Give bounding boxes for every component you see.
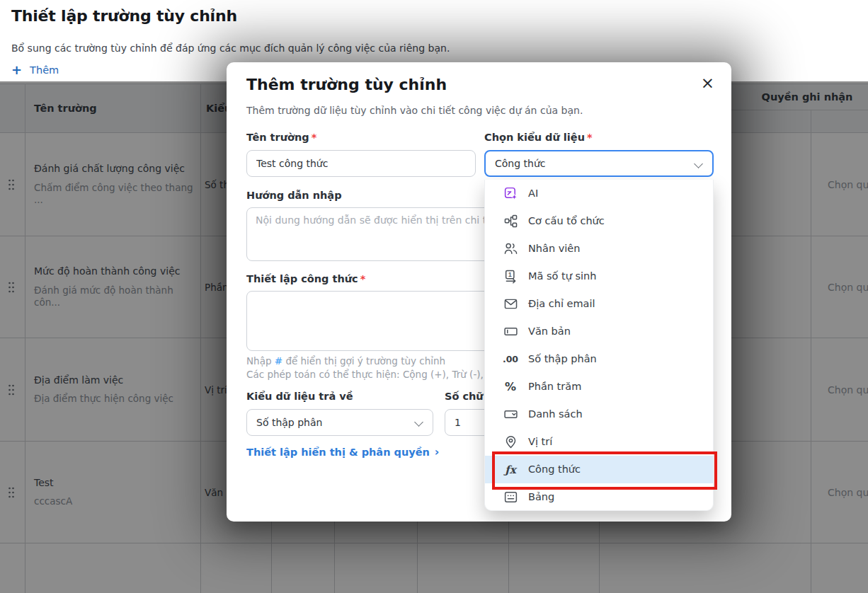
dropdown-item-van-ban[interactable]: Văn bản [485, 318, 713, 345]
chevron-right-icon: › [435, 447, 440, 458]
chevron-down-icon [694, 159, 703, 168]
plus-icon: + [11, 64, 22, 76]
field-name-input[interactable] [246, 150, 476, 177]
decimal-icon: .00 [503, 352, 518, 367]
list-icon [503, 407, 518, 422]
percent-icon: % [503, 379, 518, 395]
display-permission-link[interactable]: Thiết lập hiển thị & phân quyền › [246, 447, 439, 458]
guide-label: Hướng dẫn nhập [246, 189, 342, 203]
chevron-down-icon [414, 418, 423, 427]
formula-operations-hint: Các phép toán có thể thực hiện: Cộng (+)… [246, 368, 493, 381]
add-field-label: Thêm [30, 64, 59, 76]
dropdown-item-co-cau-to-chuc[interactable]: Cơ cấu tổ chức [485, 207, 713, 235]
auto-number-icon: 1 [503, 269, 518, 284]
dropdown-item-phan-tram[interactable]: % Phần trăm [485, 373, 713, 401]
add-field-button[interactable]: + Thêm [11, 64, 59, 76]
data-type-dropdown: AI Cơ cấu tổ chức Nhân viên 1 Mã số tự s… [484, 180, 714, 511]
return-type-select[interactable]: Số thập phân [246, 409, 433, 436]
required-mark: * [360, 273, 366, 284]
people-icon [503, 241, 518, 257]
formula-icon: ƒx [503, 462, 518, 478]
dropdown-item-cong-thuc[interactable]: ƒx Công thức [485, 456, 713, 483]
table-icon [503, 490, 518, 505]
dropdown-item-so-thap-phan[interactable]: .00 Số thập phân [485, 345, 713, 373]
page: Thiết lập trường tùy chỉnh Bổ sung các t… [0, 0, 868, 593]
page-subtitle: Bổ sung các trường tùy chỉnh để đáp ứng … [11, 42, 450, 55]
dropdown-item-dia-chi-email[interactable]: Địa chỉ email [485, 290, 713, 318]
org-chart-icon [503, 214, 518, 229]
modal-title: Thêm trường tùy chỉnh [246, 74, 447, 96]
dropdown-item-nhan-vien[interactable]: Nhân viên [485, 235, 713, 263]
hash-token: # [275, 355, 282, 367]
dropdown-item-danh-sach[interactable]: Danh sách [485, 401, 713, 428]
email-icon [503, 296, 518, 312]
required-mark: * [587, 132, 593, 143]
dropdown-item-bang[interactable]: Bảng [485, 483, 713, 511]
data-type-select-value: Công thức [495, 158, 545, 169]
close-icon[interactable]: × [701, 75, 714, 91]
return-type-label: Kiểu dữ liệu trả về [246, 390, 353, 404]
dropdown-item-ma-so-tu-sinh[interactable]: 1 Mã số tự sinh [485, 263, 713, 290]
dropdown-item-ai[interactable]: AI [485, 180, 713, 207]
svg-text:1: 1 [508, 271, 511, 278]
page-title: Thiết lập trường tùy chỉnh [11, 6, 237, 27]
text-field-icon [503, 324, 518, 340]
formula-hint: Nhập # để hiển thị gợi ý trường tùy chỉn… [246, 355, 445, 367]
dropdown-item-vi-tri[interactable]: Vị trí [485, 428, 713, 456]
return-type-select-value: Số thập phân [256, 417, 322, 428]
modal-subtitle: Thêm trường dữ liệu tùy chỉnh vào chi ti… [246, 104, 583, 117]
data-type-select[interactable]: Công thức [484, 150, 714, 177]
location-icon [503, 434, 518, 450]
formula-label: Thiết lập công thức* [246, 272, 365, 287]
required-mark: * [312, 132, 317, 143]
data-type-label: Chọn kiểu dữ liệu* [484, 131, 593, 145]
ai-icon [503, 186, 518, 202]
field-name-label: Tên trường* [246, 131, 316, 145]
